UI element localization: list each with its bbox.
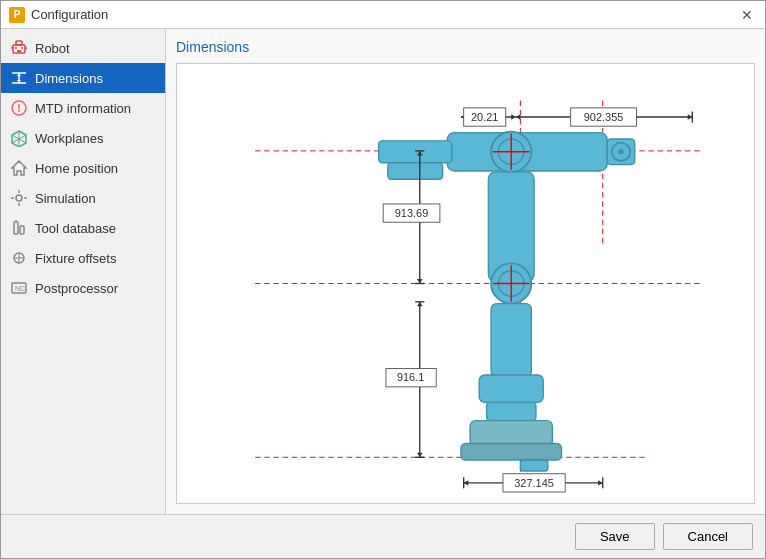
- sidebar-label-workplanes: Workplanes: [35, 131, 103, 146]
- footer: Save Cancel: [1, 514, 765, 558]
- svg-rect-51: [491, 304, 531, 377]
- sidebar-label-mtd: MTD information: [35, 101, 131, 116]
- sidebar-label-tool-database: Tool database: [35, 221, 116, 236]
- workplanes-icon: [9, 128, 29, 148]
- save-button[interactable]: Save: [575, 523, 655, 550]
- svg-rect-52: [479, 375, 543, 402]
- svg-rect-58: [388, 163, 443, 179]
- svg-text:902.355: 902.355: [584, 111, 624, 123]
- sidebar: Robot Dimensions: [1, 29, 166, 514]
- svg-text:20.21: 20.21: [471, 111, 498, 123]
- svg-marker-19: [12, 161, 26, 175]
- sidebar-item-workplanes[interactable]: Workplanes: [1, 123, 165, 153]
- robot-icon: [9, 38, 29, 58]
- dimensions-icon: [9, 68, 29, 88]
- svg-point-41: [618, 149, 623, 154]
- sidebar-item-postprocessor[interactable]: NC Postprocessor: [1, 273, 165, 303]
- svg-rect-25: [14, 222, 18, 234]
- section-title: Dimensions: [176, 39, 755, 55]
- svg-text:NC: NC: [15, 285, 25, 292]
- app-icon: P: [9, 7, 25, 23]
- sidebar-item-mtd[interactable]: MTD information: [1, 93, 165, 123]
- svg-rect-55: [461, 444, 562, 460]
- main-content: Dimensions: [166, 29, 765, 514]
- title-bar-left: P Configuration: [9, 7, 108, 23]
- window-title: Configuration: [31, 7, 108, 22]
- svg-rect-1: [16, 41, 22, 45]
- robot-diagram: 20.21 902.355 913.69: [176, 63, 755, 504]
- sidebar-item-dimensions[interactable]: Dimensions: [1, 63, 165, 93]
- sidebar-item-home-position[interactable]: Home position: [1, 153, 165, 183]
- postprocessor-icon: NC: [9, 278, 29, 298]
- svg-point-2: [15, 47, 17, 49]
- mtd-icon: [9, 98, 29, 118]
- svg-point-20: [16, 195, 22, 201]
- home-icon: [9, 158, 29, 178]
- svg-rect-57: [379, 141, 452, 163]
- content-area: Robot Dimensions: [1, 29, 765, 514]
- sidebar-item-fixture-offsets[interactable]: Fixture offsets: [1, 243, 165, 273]
- cancel-button[interactable]: Cancel: [663, 523, 753, 550]
- sidebar-label-simulation: Simulation: [35, 191, 96, 206]
- sidebar-item-simulation[interactable]: Simulation: [1, 183, 165, 213]
- sidebar-label-postprocessor: Postprocessor: [35, 281, 118, 296]
- svg-rect-53: [487, 402, 536, 420]
- tool-database-icon: [9, 218, 29, 238]
- sidebar-item-tool-database[interactable]: Tool database: [1, 213, 165, 243]
- sidebar-label-dimensions: Dimensions: [35, 71, 103, 86]
- sidebar-item-robot[interactable]: Robot: [1, 33, 165, 63]
- simulation-icon: [9, 188, 29, 208]
- svg-text:916.1: 916.1: [397, 371, 424, 383]
- svg-rect-54: [470, 421, 552, 447]
- sidebar-label-robot: Robot: [35, 41, 70, 56]
- sidebar-label-fixture-offsets: Fixture offsets: [35, 251, 116, 266]
- svg-text:913.69: 913.69: [395, 207, 429, 219]
- svg-rect-26: [20, 226, 24, 234]
- svg-point-3: [21, 47, 23, 49]
- sidebar-label-home: Home position: [35, 161, 118, 176]
- svg-rect-56: [520, 460, 547, 471]
- title-bar: P Configuration ✕: [1, 1, 765, 29]
- main-window: P Configuration ✕: [0, 0, 766, 559]
- svg-text:327.145: 327.145: [514, 477, 554, 489]
- svg-marker-65: [516, 114, 521, 119]
- svg-rect-4: [17, 50, 21, 52]
- svg-marker-78: [417, 302, 422, 307]
- close-button[interactable]: ✕: [737, 5, 757, 25]
- fixture-offsets-icon: [9, 248, 29, 268]
- svg-point-14: [18, 110, 20, 112]
- svg-marker-61: [511, 114, 516, 119]
